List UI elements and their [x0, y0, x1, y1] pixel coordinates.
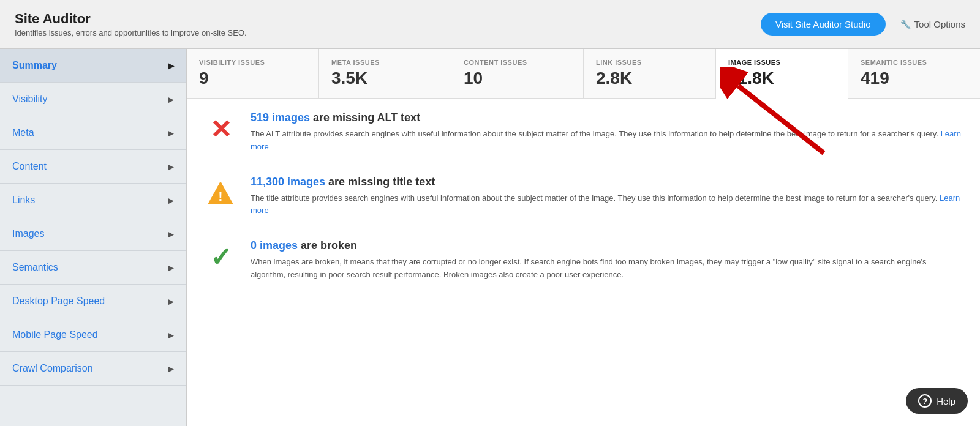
error-icon: ✕ [205, 114, 236, 144]
warning-icon: ! [205, 178, 236, 209]
chevron-icon: ▶ [168, 162, 174, 171]
issue-cell-image-issues[interactable]: IMAGE ISSUES 11.8K [716, 49, 848, 99]
issue-title: 0 images are broken [251, 239, 962, 252]
issue-description: The title attribute provides search engi… [251, 192, 962, 218]
issue-item-missing-alt: ✕ 519 images are missing ALT text The AL… [205, 111, 962, 154]
chevron-icon: ▶ [168, 263, 174, 272]
issue-title-suffix: are missing ALT text [310, 111, 420, 124]
issue-description: The ALT attribute provides search engine… [251, 128, 962, 154]
app-subtitle: Identifies issues, errors and opportunit… [15, 28, 247, 37]
tool-options-link[interactable]: 🔧 Tool Options [900, 19, 965, 29]
issue-count: 0 images [251, 239, 298, 252]
issue-cell-label: META ISSUES [331, 59, 439, 66]
app-title: Site Auditor [15, 11, 247, 27]
issue-count: 519 images [251, 111, 310, 124]
chevron-icon: ▶ [168, 129, 174, 138]
issue-cell-content-issues[interactable]: CONTENT ISSUES 10 [451, 49, 584, 98]
help-circle-icon: ? [918, 394, 932, 408]
issue-cell-meta-issues[interactable]: META ISSUES 3.5K [319, 49, 451, 98]
sidebar-item-label: Summary [12, 60, 57, 71]
issue-cell-value: 3.5K [331, 69, 439, 88]
header-left: Site Auditor Identifies issues, errors a… [15, 11, 247, 37]
issue-count: 11,300 images [251, 176, 325, 188]
issue-description: When images are broken, it means that th… [251, 256, 962, 282]
issue-text: 0 images are broken When images are brok… [251, 239, 962, 282]
sidebar-item-label: Meta [12, 127, 34, 138]
sidebar-item-links[interactable]: Links▶ [0, 184, 186, 217]
issue-title-suffix: are missing title text [325, 176, 435, 188]
svg-text:!: ! [218, 189, 222, 204]
sidebar: Summary▶Visibility▶Meta▶Content▶Links▶Im… [0, 49, 187, 426]
tool-options-label: Tool Options [914, 19, 965, 29]
issue-cell-value: 419 [861, 69, 968, 88]
issue-title-suffix: are broken [298, 239, 357, 252]
issues-list: ✕ 519 images are missing ALT text The AL… [187, 99, 980, 316]
help-label: Help [937, 396, 956, 406]
sidebar-item-semantics[interactable]: Semantics▶ [0, 251, 186, 285]
issue-title: 519 images are missing ALT text [251, 111, 962, 124]
header-right: Visit Site Auditor Studio 🔧 Tool Options [761, 13, 965, 36]
sidebar-item-label: Links [12, 195, 35, 206]
issue-cell-label: LINK ISSUES [596, 59, 703, 66]
issue-cell-label: SEMANTIC ISSUES [861, 59, 968, 66]
sidebar-item-label: Mobile Page Speed [12, 329, 98, 340]
success-icon: ✓ [205, 242, 236, 272]
issue-cell-label: VISIBILITY ISSUES [199, 59, 306, 66]
content-area: VISIBILITY ISSUES 9 META ISSUES 3.5K CON… [187, 49, 980, 426]
issue-item-broken: ✓ 0 images are broken When images are br… [205, 239, 962, 282]
sidebar-item-label: Content [12, 161, 47, 172]
issue-cell-link-issues[interactable]: LINK ISSUES 2.8K [584, 49, 716, 98]
chevron-icon: ▶ [168, 196, 174, 205]
sidebar-item-meta[interactable]: Meta▶ [0, 116, 186, 150]
sidebar-item-label: Visibility [12, 94, 48, 105]
sidebar-item-summary[interactable]: Summary▶ [0, 49, 186, 83]
issue-cell-label: CONTENT ISSUES [464, 59, 571, 66]
issue-cell-visibility-issues[interactable]: VISIBILITY ISSUES 9 [187, 49, 319, 98]
issue-text: 519 images are missing ALT text The ALT … [251, 111, 962, 154]
sidebar-item-visibility[interactable]: Visibility▶ [0, 83, 186, 116]
sidebar-item-label: Crawl Comparison [12, 363, 93, 374]
chevron-icon: ▶ [168, 297, 174, 306]
learn-more-link[interactable]: Learn more [251, 193, 960, 215]
issue-cell-label: IMAGE ISSUES [728, 59, 835, 66]
issue-cell-value: 2.8K [596, 69, 703, 88]
wrench-icon: 🔧 [900, 20, 911, 29]
header: Site Auditor Identifies issues, errors a… [0, 0, 980, 49]
help-button[interactable]: ? Help [906, 388, 968, 414]
sidebar-item-desktop-page-speed[interactable]: Desktop Page Speed▶ [0, 285, 186, 318]
issue-title: 11,300 images are missing title text [251, 176, 962, 189]
issue-cell-value: 10 [464, 69, 571, 88]
issue-item-missing-title: ! 11,300 images are missing title text T… [205, 176, 962, 218]
chevron-icon: ▶ [168, 95, 174, 104]
sidebar-item-label: Images [12, 228, 44, 239]
sidebar-item-mobile-page-speed[interactable]: Mobile Page Speed▶ [0, 318, 186, 352]
sidebar-item-content[interactable]: Content▶ [0, 150, 186, 184]
visit-studio-button[interactable]: Visit Site Auditor Studio [761, 13, 886, 36]
sidebar-item-crawl-comparison[interactable]: Crawl Comparison▶ [0, 352, 186, 386]
chevron-icon: ▶ [168, 230, 174, 239]
issues-bar: VISIBILITY ISSUES 9 META ISSUES 3.5K CON… [187, 49, 980, 99]
main-layout: Summary▶Visibility▶Meta▶Content▶Links▶Im… [0, 49, 980, 426]
issue-cell-semantic-issues[interactable]: SEMANTIC ISSUES 419 [848, 49, 980, 98]
chevron-icon: ▶ [168, 364, 174, 373]
sidebar-item-images[interactable]: Images▶ [0, 217, 186, 251]
issue-text: 11,300 images are missing title text The… [251, 176, 962, 218]
sidebar-item-label: Desktop Page Speed [12, 296, 105, 307]
learn-more-link[interactable]: Learn more [251, 129, 961, 151]
sidebar-item-label: Semantics [12, 262, 58, 273]
issues-bar-container: VISIBILITY ISSUES 9 META ISSUES 3.5K CON… [187, 49, 980, 99]
issue-cell-value: 11.8K [728, 69, 835, 88]
chevron-icon: ▶ [168, 61, 174, 70]
issue-cell-value: 9 [199, 69, 306, 88]
chevron-icon: ▶ [168, 331, 174, 340]
